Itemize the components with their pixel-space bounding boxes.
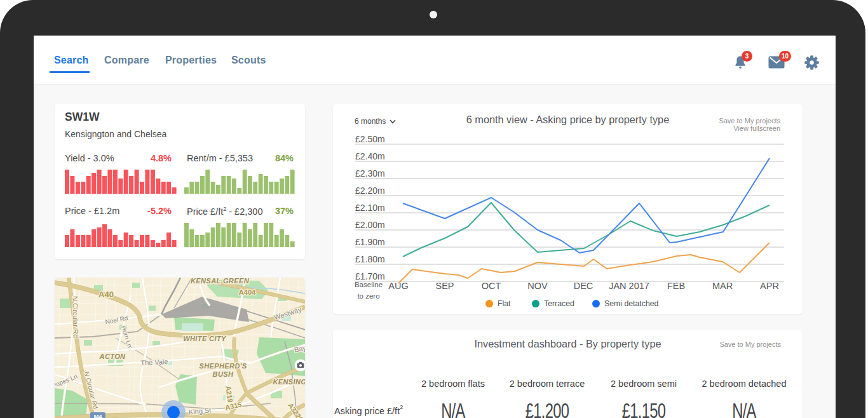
svg-text:Flat: Flat: [498, 299, 511, 308]
svg-text:SEP: SEP: [435, 281, 454, 291]
svg-text:DEC: DEC: [574, 281, 593, 291]
svg-text:AUG: AUG: [388, 281, 408, 291]
svg-text:to zero: to zero: [357, 292, 379, 300]
svg-text:£2.40m: £2.40m: [355, 151, 385, 161]
svg-text:APR: APR: [760, 281, 779, 291]
svg-text:KENSINGTON: KENSINGTON: [273, 378, 305, 386]
svg-text:FEB: FEB: [667, 281, 685, 291]
svg-text:A40: A40: [98, 290, 114, 299]
svg-text:£1.80m: £1.80m: [355, 254, 385, 264]
svg-text:Semi detatched: Semi detatched: [604, 299, 659, 308]
svg-text:ACTON: ACTON: [99, 353, 126, 360]
svg-text:JAN 2017: JAN 2017: [609, 281, 649, 291]
svg-text:£2.20m: £2.20m: [355, 185, 385, 196]
svg-text:£1.90m: £1.90m: [355, 237, 385, 247]
svg-text:OCT: OCT: [482, 281, 501, 291]
svg-text:WHITE CITY: WHITE CITY: [183, 335, 227, 342]
svg-text:Terraced: Terraced: [544, 299, 574, 308]
svg-text:£2.10m: £2.10m: [355, 203, 385, 213]
svg-text:The Vale: The Vale: [140, 358, 168, 367]
svg-text:£1.70m: £1.70m: [355, 271, 385, 281]
svg-text:A404: A404: [239, 288, 256, 296]
svg-text:Baseline: Baseline: [355, 281, 383, 288]
svg-text:NOV: NOV: [527, 281, 548, 291]
svg-text:SHEPHERD'S: SHEPHERD'S: [199, 362, 247, 370]
svg-text:£2.00m: £2.00m: [355, 220, 385, 230]
svg-text:MAR: MAR: [712, 281, 733, 291]
svg-text:£2.30m: £2.30m: [355, 168, 385, 179]
svg-text:N Circular Rd: N Circular Rd: [71, 296, 79, 338]
svg-text:BUSH: BUSH: [213, 370, 234, 378]
svg-text:KENSAL GREEN: KENSAL GREEN: [191, 278, 250, 285]
svg-text:£2.50m: £2.50m: [355, 134, 385, 144]
svg-text:M4: M4: [93, 413, 102, 418]
